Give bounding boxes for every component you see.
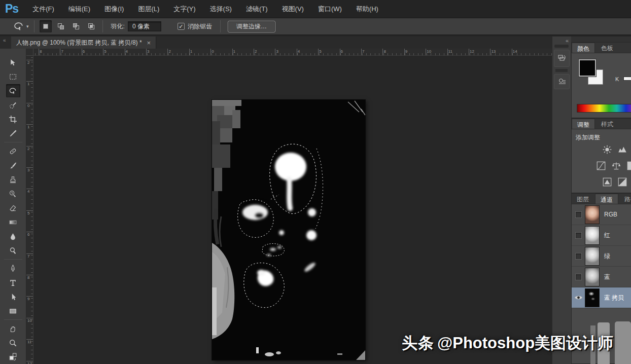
visibility-well bbox=[575, 253, 582, 260]
tool-lasso[interactable] bbox=[6, 84, 20, 97]
collapsed-panel-button[interactable] bbox=[554, 74, 570, 89]
adjustments-tab-0[interactable]: 调整 bbox=[572, 119, 595, 129]
brightness-contrast-button[interactable] bbox=[602, 144, 612, 155]
chevron-down-icon: ▾ bbox=[26, 24, 29, 29]
collapsed-history-panel-button[interactable] bbox=[554, 50, 570, 67]
tool-pen[interactable] bbox=[6, 262, 20, 275]
tool-blur[interactable] bbox=[6, 230, 20, 243]
subtract-from-selection-button[interactable] bbox=[70, 20, 82, 32]
menu-item-window[interactable]: 窗口(W) bbox=[311, 0, 349, 18]
crop-icon bbox=[9, 115, 17, 124]
expand-panels-icon[interactable]: « bbox=[566, 38, 569, 44]
lasso-icon bbox=[13, 21, 24, 32]
close-tab-icon[interactable]: × bbox=[147, 39, 151, 47]
add-adjustment-label: 添加调整 bbox=[572, 129, 631, 142]
tool-healing-brush[interactable] bbox=[6, 144, 20, 158]
visibility-toggle[interactable] bbox=[572, 211, 585, 218]
tool-zoom[interactable] bbox=[6, 336, 20, 349]
tool-clone-stamp[interactable] bbox=[6, 173, 20, 186]
tool-type[interactable] bbox=[6, 276, 20, 289]
adjustments-tab-1[interactable]: 样式 bbox=[596, 119, 618, 129]
refine-edge-button[interactable]: 调整边缘… bbox=[228, 21, 275, 32]
exposure-icon bbox=[611, 161, 621, 171]
tool-brush[interactable] bbox=[6, 159, 20, 172]
tool-history-brush[interactable] bbox=[6, 187, 20, 200]
channel-thumbnail bbox=[585, 205, 600, 224]
curves-button[interactable] bbox=[596, 161, 606, 171]
tool-eraser[interactable] bbox=[6, 201, 20, 214]
menu-bar: Ps 文件(F)编辑(E)图像(I)图层(L)文字(Y)选择(S)滤镜(T)视图… bbox=[0, 0, 631, 18]
photo-filter-button[interactable] bbox=[617, 177, 627, 187]
menu-item-image[interactable]: 图像(I) bbox=[97, 0, 131, 18]
intersect-selection-button[interactable] bbox=[85, 20, 97, 32]
channel-row[interactable]: 绿 bbox=[572, 246, 631, 267]
channel-label: 蓝 bbox=[604, 273, 610, 281]
color-tab-0[interactable]: 颜色 bbox=[572, 43, 595, 53]
menu-item-select[interactable]: 选择(S) bbox=[203, 0, 239, 18]
tool-options-bar: ▾ 羽化: 0 像素 ✓ 消除锯齿 调整边缘… bbox=[0, 18, 631, 35]
color-tab-1[interactable]: 色板 bbox=[596, 43, 618, 53]
visibility-toggle[interactable] bbox=[572, 295, 585, 301]
document-tab[interactable]: 人物.png @ 100% (背景图层 拷贝, 蓝 拷贝/8) * × bbox=[11, 37, 156, 49]
subtract-from-selection-icon bbox=[72, 22, 80, 30]
tool-shape[interactable] bbox=[6, 304, 20, 317]
tool-eyedropper[interactable] bbox=[6, 127, 20, 140]
menu-item-filter[interactable]: 滤镜(T) bbox=[239, 0, 275, 18]
tool-marquee[interactable] bbox=[6, 70, 20, 83]
layers-panel-tabs: 图层通道路径 bbox=[572, 194, 631, 204]
tool-quick-select[interactable] bbox=[6, 98, 20, 112]
new-selection-button[interactable] bbox=[40, 20, 52, 32]
channel-label: RGB bbox=[604, 211, 617, 218]
menu-item-help[interactable]: 帮助(H) bbox=[349, 0, 385, 18]
menu-item-file[interactable]: 文件(F) bbox=[25, 0, 61, 18]
swap-colors-control[interactable] bbox=[6, 350, 20, 363]
panels-column: 颜色色板 K 调整样式 添加调整 bbox=[571, 37, 631, 364]
exposure-button[interactable] bbox=[611, 161, 621, 171]
feather-input[interactable]: 0 像素 bbox=[128, 21, 161, 31]
vertical-ruler: 210123456789101112 bbox=[26, 56, 33, 364]
history-brush-icon bbox=[9, 190, 17, 198]
visibility-toggle[interactable] bbox=[572, 274, 585, 280]
tool-gradient[interactable] bbox=[6, 215, 20, 229]
layers-tab-0[interactable]: 图层 bbox=[572, 194, 594, 204]
dock-header bbox=[554, 45, 569, 48]
tool-hand[interactable] bbox=[6, 322, 20, 335]
visibility-toggle[interactable] bbox=[572, 232, 585, 239]
foreground-color-swatch[interactable] bbox=[579, 59, 596, 77]
blur-icon bbox=[9, 232, 17, 241]
menu-item-view[interactable]: 视图(V) bbox=[275, 0, 311, 18]
menu-item-layer[interactable]: 图层(L) bbox=[131, 0, 166, 18]
layers-tab-2[interactable]: 路径 bbox=[619, 194, 631, 204]
check-icon: ✓ bbox=[179, 24, 183, 29]
vibrance-button[interactable] bbox=[602, 177, 612, 187]
tool-path-select[interactable] bbox=[6, 290, 20, 303]
layers-tab-1[interactable]: 通道 bbox=[595, 194, 618, 204]
channel-row[interactable]: 红 bbox=[572, 225, 631, 246]
tool-dodge[interactable] bbox=[6, 244, 20, 257]
swap-colors-icon bbox=[9, 353, 17, 361]
channel-row[interactable]: RGB bbox=[572, 204, 631, 225]
tool-preset-dropdown[interactable]: ▾ bbox=[13, 21, 29, 32]
add-to-selection-button[interactable] bbox=[55, 20, 67, 32]
channel-label: 绿 bbox=[604, 252, 610, 261]
levels-button[interactable] bbox=[617, 144, 627, 155]
hand-icon bbox=[9, 324, 17, 333]
channel-row[interactable]: 蓝 拷贝 bbox=[572, 287, 631, 308]
document-canvas[interactable] bbox=[212, 100, 365, 360]
tool-move[interactable] bbox=[6, 56, 20, 69]
channel-row[interactable]: 蓝 bbox=[572, 267, 631, 287]
k-slider[interactable] bbox=[623, 77, 631, 81]
menu-item-type[interactable]: 文字(Y) bbox=[166, 0, 202, 18]
decorative-bar bbox=[615, 321, 631, 364]
tool-crop[interactable] bbox=[6, 113, 20, 126]
hue-saturation-button[interactable] bbox=[626, 161, 631, 171]
pen-icon bbox=[9, 264, 17, 273]
color-spectrum-ramp[interactable] bbox=[577, 104, 631, 113]
antialias-checkbox[interactable]: ✓ bbox=[178, 23, 185, 30]
panel-options-icon bbox=[557, 77, 567, 86]
collapse-tools-icon[interactable]: « bbox=[3, 38, 6, 43]
visibility-toggle[interactable] bbox=[572, 253, 585, 260]
ruler-corner bbox=[26, 49, 33, 56]
menu-item-edit[interactable]: 编辑(E) bbox=[61, 0, 97, 18]
curves-icon bbox=[596, 161, 606, 171]
